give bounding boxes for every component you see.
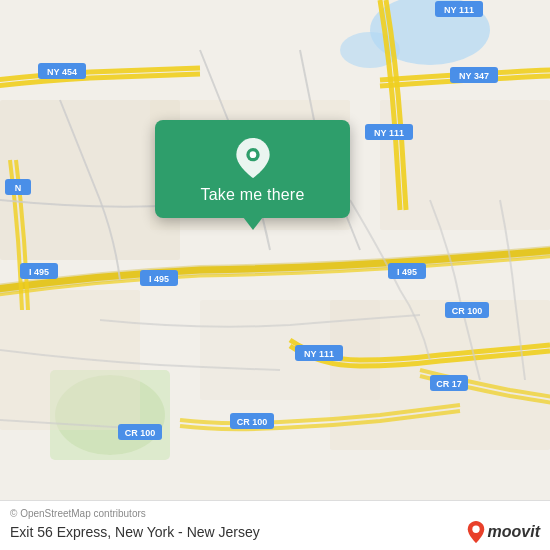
moovit-pin-icon: [467, 521, 485, 543]
svg-text:NY 111: NY 111: [374, 128, 404, 138]
svg-text:NY 111: NY 111: [444, 5, 474, 15]
svg-text:N: N: [15, 183, 22, 193]
svg-text:I 495: I 495: [149, 274, 169, 284]
svg-text:I 495: I 495: [397, 267, 417, 277]
location-pin-icon: [233, 138, 273, 178]
svg-text:CR 100: CR 100: [125, 428, 156, 438]
svg-rect-6: [0, 290, 140, 430]
take-me-there-popup[interactable]: Take me there: [155, 120, 350, 218]
svg-text:NY 454: NY 454: [47, 67, 77, 77]
svg-point-38: [249, 151, 256, 158]
svg-text:CR 17: CR 17: [436, 379, 462, 389]
moovit-logo: moovit: [467, 521, 540, 543]
svg-text:CR 100: CR 100: [452, 306, 483, 316]
moovit-brand-text: moovit: [488, 523, 540, 541]
location-label: Exit 56 Express, New York - New Jersey: [10, 524, 260, 540]
bottom-bar: © OpenStreetMap contributors Exit 56 Exp…: [0, 500, 550, 550]
take-me-there-button[interactable]: Take me there: [201, 186, 305, 204]
svg-text:NY 111: NY 111: [304, 349, 334, 359]
map-attribution: © OpenStreetMap contributors: [10, 508, 540, 519]
map-container: NY 111 NY 454 NY 347 NY 111 N I 495 I 49…: [0, 0, 550, 500]
svg-text:I 495: I 495: [29, 267, 49, 277]
svg-point-39: [472, 526, 479, 533]
svg-text:CR 100: CR 100: [237, 417, 268, 427]
svg-text:NY 347: NY 347: [459, 71, 489, 81]
